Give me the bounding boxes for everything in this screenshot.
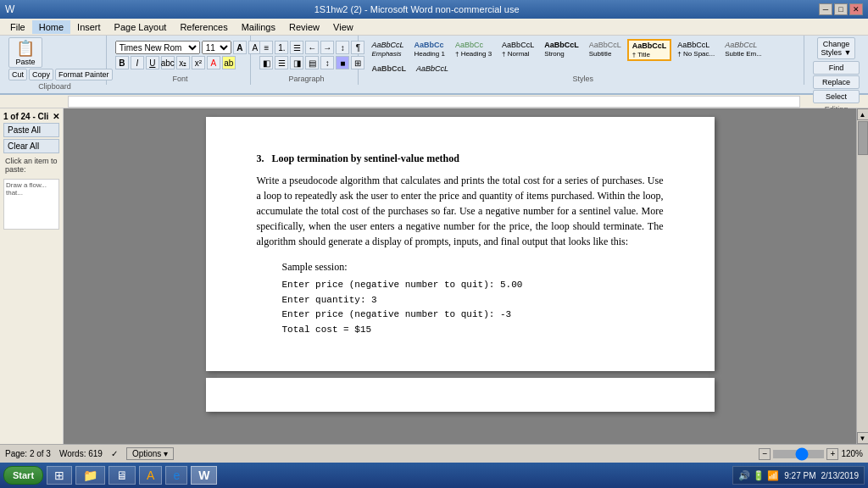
style-nospace[interactable]: AaBbCcL† No Spac...	[673, 39, 719, 59]
style-emphasis[interactable]: AaBbCcLEmphasis	[367, 39, 408, 59]
font-size-select[interactable]: 11	[202, 41, 231, 54]
superscript-button[interactable]: x²	[192, 56, 205, 69]
ruler-inner	[68, 96, 800, 108]
app1-icon: A	[147, 469, 154, 482]
scroll-up-arrow[interactable]: ▲	[857, 108, 869, 120]
paste-button[interactable]: 📋 Paste	[8, 37, 42, 68]
highlight-button[interactable]: ab	[222, 56, 236, 69]
italic-button[interactable]: I	[131, 56, 144, 69]
grow-font-button[interactable]: A	[233, 41, 247, 54]
panel-title-text: 1 of 24 - Cli	[3, 112, 48, 121]
options-button[interactable]: Options ▾	[126, 447, 174, 460]
style-subtle-em[interactable]: AaBbCcLSubtle Em...	[721, 39, 766, 59]
menu-insert[interactable]: Insert	[70, 20, 108, 34]
justify-button[interactable]: ▤	[305, 56, 319, 69]
style-heading3[interactable]: AaBbCc† Heading 3	[451, 39, 496, 59]
clear-all-button[interactable]: Clear All	[3, 139, 59, 153]
computer-icon: 🖥	[116, 469, 128, 482]
tray-date: 2/13/2019	[821, 471, 860, 480]
shading-button[interactable]: ■	[336, 56, 349, 69]
panel-thumbnail[interactable]: Draw a flow... that...	[3, 179, 59, 230]
align-center-button[interactable]: ☰	[275, 56, 288, 69]
style-subtitle[interactable]: AaBbCcLSubtitle	[585, 39, 626, 59]
find-button[interactable]: Find	[813, 61, 860, 75]
taskbar-app1[interactable]: A	[139, 466, 162, 485]
minimize-button[interactable]: ─	[819, 3, 832, 15]
replace-button[interactable]: Replace	[813, 75, 860, 89]
maximize-button[interactable]: □	[834, 3, 848, 15]
decrease-indent-button[interactable]: ←	[305, 41, 319, 54]
menu-file[interactable]: File	[3, 20, 32, 34]
menu-page-layout[interactable]: Page Layout	[108, 20, 174, 34]
font-color-button[interactable]: A	[207, 56, 220, 69]
font-controls: Times New Rom 11 A A B I U abc x₂ x² A	[115, 37, 246, 73]
multilevel-button[interactable]: ☰	[290, 41, 303, 54]
style-normal[interactable]: AaBbCcL† Normal	[498, 39, 538, 59]
clipboard-label: Clipboard	[38, 80, 71, 91]
bullets-button[interactable]: ≡	[259, 41, 273, 54]
menu-review[interactable]: Review	[282, 20, 326, 34]
align-left-button[interactable]: ◧	[259, 56, 273, 69]
font-row-2: B I U abc x₂ x² A ab	[115, 56, 236, 69]
page-footer	[206, 378, 715, 412]
browser-icon: e	[173, 469, 180, 482]
proofing-icon[interactable]: ✓	[111, 449, 118, 458]
menu-home[interactable]: Home	[32, 20, 70, 34]
question-heading: Loop termination by sentinel-value metho…	[272, 152, 459, 164]
format-painter-button[interactable]: Format Painter	[55, 69, 113, 80]
styles-label: Styles	[572, 73, 593, 83]
ribbon-group-font: Times New Rom 11 A A B I U abc x₂ x² A	[110, 36, 252, 85]
left-panel: 1 of 24 - Cli ✕ Paste All Clear All Clic…	[0, 108, 64, 444]
numbering-button[interactable]: 1.	[275, 41, 288, 54]
code-line-3: Enter price (negative number to quit): -…	[282, 308, 664, 323]
system-tray: 🔊 🔋 📶 9:27 PM 2/13/2019	[732, 466, 865, 485]
status-left: Page: 2 of 3 Words: 619 ✓ Options ▾	[5, 447, 174, 460]
increase-indent-button[interactable]: →	[320, 41, 334, 54]
line-spacing-button[interactable]: ↕	[320, 56, 334, 69]
zoom-slider[interactable]	[773, 450, 824, 458]
thumbnail-text: Draw a flow... that...	[6, 181, 47, 197]
style-heading1[interactable]: AaBbCcHeading 1	[409, 39, 448, 59]
sort-button[interactable]: ↕	[336, 41, 349, 54]
scroll-thumb[interactable]	[858, 121, 868, 155]
taskbar-show-desktop[interactable]: ⊞	[47, 466, 72, 485]
font-family-select[interactable]: Times New Rom	[115, 41, 200, 54]
zoom-control: − + 120%	[759, 448, 863, 460]
cut-button[interactable]: Cut	[8, 69, 27, 80]
bold-button[interactable]: B	[115, 56, 129, 69]
paste-all-button[interactable]: Paste All	[3, 123, 59, 137]
taskbar-explorer[interactable]: 📁	[75, 466, 105, 485]
tray-icons: 🔊 🔋 📶	[738, 470, 779, 481]
right-scrollbar[interactable]: ▲ ▼	[856, 108, 868, 444]
style-strong[interactable]: AaBbCcLStrong	[540, 39, 583, 59]
panel-close-button[interactable]: ✕	[53, 112, 59, 121]
show-desktop-icon: ⊞	[54, 469, 64, 482]
underline-button[interactable]: U	[146, 56, 159, 69]
menu-references[interactable]: References	[173, 20, 234, 34]
sample-code-block: Enter price (negative number to quit): 5…	[282, 278, 664, 337]
change-styles-button[interactable]: ChangeStyles ▼	[817, 37, 856, 59]
menu-view[interactable]: View	[326, 20, 360, 34]
question-number: 3.	[257, 152, 264, 164]
start-button[interactable]: Start	[3, 466, 43, 485]
taskbar-computer[interactable]: 🖥	[108, 466, 136, 485]
style-title[interactable]: AaBbCcL† Title	[627, 39, 672, 61]
copy-button[interactable]: Copy	[29, 69, 53, 80]
align-right-button[interactable]: ◨	[290, 56, 303, 69]
scroll-down-arrow[interactable]: ▼	[857, 432, 869, 444]
zoom-out-button[interactable]: −	[759, 448, 771, 460]
style-intense-e[interactable]: AaBbCcLIntense E...	[367, 63, 410, 73]
document-page[interactable]: 3. Loop termination by sentinel-value me…	[206, 117, 715, 371]
subscript-button[interactable]: x₂	[176, 56, 190, 69]
taskbar-browser[interactable]: e	[165, 466, 187, 485]
select-button[interactable]: Select	[813, 90, 860, 103]
ribbon-group-styles: AaBbCcLEmphasis AaBbCcHeading 1 AaBbCc† …	[362, 36, 804, 85]
question-number-container: 3. Loop termination by sentinel-value me…	[257, 151, 664, 166]
taskbar-word[interactable]: W	[191, 466, 217, 485]
close-button[interactable]: ✕	[849, 3, 863, 15]
strikethrough-button[interactable]: abc	[161, 56, 175, 69]
style-quote[interactable]: AaBbCcLQuote	[412, 63, 453, 73]
zoom-in-button[interactable]: +	[826, 448, 838, 460]
paragraph-controls: ≡ 1. ☰ ← → ↕ ¶ ◧ ☰ ◨ ▤ ↕ ■ ⊞	[259, 37, 353, 73]
menu-mailings[interactable]: Mailings	[235, 20, 282, 34]
